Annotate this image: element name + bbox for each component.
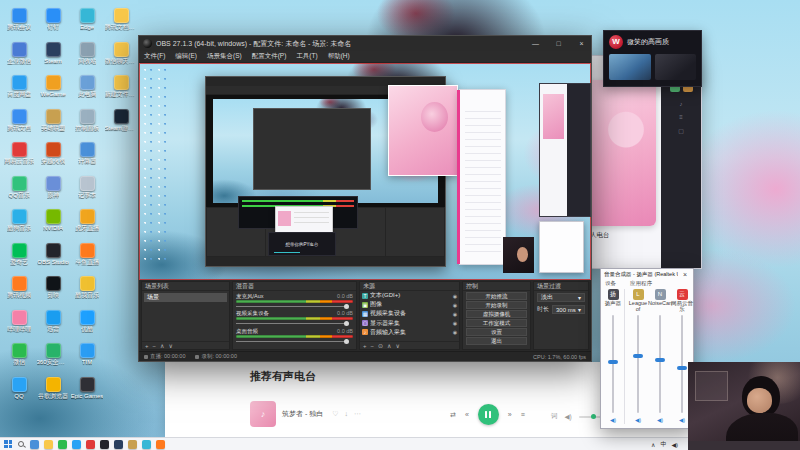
menu-item[interactable]: 场景集合(S) [202, 52, 247, 61]
move-down-icon[interactable]: ∨ [395, 342, 399, 349]
desktop-icon[interactable]: Steam游戏库 [104, 107, 138, 141]
start-button[interactable] [4, 440, 12, 448]
obs-titlebar[interactable]: OBS 27.1.3 (64-bit, windows) - 配置文件: 未命名… [139, 36, 591, 51]
desktop-icon[interactable]: 腾讯文档 [2, 107, 36, 141]
desktop-icon[interactable]: 网易云音乐 [2, 140, 36, 174]
desktop-icon[interactable]: 腾讯文档WeGame [104, 6, 138, 40]
tray-icon[interactable]: 中 [660, 440, 666, 449]
desktop-icon[interactable]: 爱奇艺 [2, 241, 36, 275]
slider-handle[interactable] [633, 354, 643, 358]
desktop-icon[interactable]: 腾讯视频 [2, 274, 36, 308]
source-item[interactable]: T 文本(GDI+) ◉ [360, 291, 459, 300]
spinner-icon[interactable]: ▾ [578, 306, 581, 313]
desktop-icon[interactable]: 百度网盘 [2, 73, 36, 107]
desktop-icon[interactable]: 斗鱼直播 [70, 241, 104, 275]
volume-slider[interactable] [236, 321, 353, 326]
add-icon[interactable]: + [363, 343, 367, 349]
play-pause-button[interactable] [478, 404, 499, 425]
control-button[interactable]: 退出 [466, 337, 527, 345]
taskbar-app-icon[interactable] [86, 440, 95, 449]
desktop-icon[interactable]: 此电脑 [70, 73, 104, 107]
remove-icon[interactable]: − [371, 343, 375, 349]
taskbar-app-icon[interactable] [156, 440, 165, 449]
menu-item[interactable]: 文件(F) [139, 52, 170, 61]
volume-slider[interactable] [632, 313, 644, 415]
lyrics-icon[interactable]: 词 [551, 412, 558, 421]
volume-slider[interactable] [676, 313, 688, 415]
desktop-icon[interactable]: 360安全卫士 [36, 341, 70, 375]
volume-slider[interactable] [607, 313, 619, 415]
sidebar-tool-icon[interactable]: ♪ [678, 101, 684, 107]
desktop-icon[interactable]: QQ [2, 375, 36, 409]
like-icon[interactable]: ♡ [332, 410, 338, 418]
shuffle-icon[interactable]: ⇄ [450, 411, 456, 419]
stream-thumbnail[interactable] [609, 54, 651, 80]
source-item[interactable]: ▦ 视频采集设备 ◉ [360, 309, 459, 318]
taskbar-app-icon[interactable] [100, 440, 109, 449]
desktop-icon[interactable]: 英雄联盟 [36, 107, 70, 141]
desktop-icon[interactable]: 控制面板 [70, 107, 104, 141]
desktop-icon[interactable]: 记事本 [70, 174, 104, 208]
tray-icon[interactable]: ∧ [651, 441, 655, 448]
properties-gear-icon[interactable]: ⊙ [378, 342, 383, 349]
song-thumbnail[interactable]: ♪ [250, 401, 276, 427]
taskbar-app-icon[interactable] [44, 440, 53, 449]
desktop-icon[interactable]: OBS Studio [36, 241, 70, 275]
desktop-icon[interactable]: 新建文件夹 20220920 [104, 73, 138, 107]
desktop-icon[interactable]: 谷歌浏览器 [36, 375, 70, 409]
desktop-icon[interactable]: 钉钉 [36, 6, 70, 40]
more-icon[interactable]: ⋯ [354, 410, 361, 418]
control-button[interactable]: 开始推流 [466, 292, 527, 300]
taskbar-app-icon[interactable] [30, 440, 39, 449]
desktop-icon[interactable]: Edge [70, 6, 104, 40]
menu-item[interactable]: 配置文件(P) [247, 52, 292, 61]
control-button[interactable]: 虚拟摄像机 [466, 310, 527, 318]
taskbar-app-icon[interactable] [142, 440, 151, 449]
next-icon[interactable]: » [508, 411, 512, 418]
control-button[interactable]: 设置 [466, 328, 527, 336]
source-item[interactable]: ▢ 显示器采集 ◉ [360, 319, 459, 328]
control-button[interactable]: 开始录制 [466, 301, 527, 309]
mute-speaker-icon[interactable]: ◀) [610, 416, 616, 424]
visibility-eye-icon[interactable]: ◉ [453, 293, 457, 299]
desktop-icon[interactable]: TIM [70, 341, 104, 375]
visibility-eye-icon[interactable]: ◉ [453, 311, 457, 317]
close-icon[interactable]: × [572, 36, 591, 51]
minimize-icon[interactable]: — [526, 36, 545, 51]
desktop-icon[interactable]: 原神 [36, 174, 70, 208]
add-icon[interactable]: + [145, 343, 149, 349]
control-button[interactable]: 工作室模式 [466, 319, 527, 327]
desktop-icon[interactable]: Steam [36, 40, 70, 74]
duration-input[interactable]: 300 ms ▾ [552, 305, 585, 314]
mute-speaker-icon[interactable]: ◀) [657, 416, 663, 424]
move-up-icon[interactable]: ∧ [160, 342, 164, 349]
desktop-icon[interactable]: 哔哩哔哩 [2, 308, 36, 342]
transition-select[interactable]: 淡出 ▾ [537, 293, 585, 302]
desktop-icon[interactable]: NVIDIA [36, 207, 70, 241]
volume-slider[interactable] [579, 416, 601, 418]
desktop-icon[interactable]: 计算器 [70, 140, 104, 174]
source-item[interactable]: ♪ 音频输入采集 ◉ [360, 328, 459, 337]
source-item[interactable]: ▣ 图像 ◉ [360, 300, 459, 309]
move-up-icon[interactable]: ∧ [387, 342, 391, 349]
desktop-icon[interactable]: Epic Games [70, 375, 104, 409]
scene-item[interactable]: 场景 [144, 293, 227, 302]
remove-icon[interactable]: − [153, 343, 157, 349]
menu-item[interactable]: 编辑(E) [170, 52, 202, 61]
volume-slider[interactable] [654, 313, 666, 415]
stream-thumbnail[interactable] [655, 54, 697, 80]
desktop-icon[interactable]: 微信 [2, 341, 36, 375]
volume-mixer-titlebar[interactable]: 音量合成器 - 扬声器 (Realtek USB2.0 Audio) × [601, 269, 693, 280]
menu-item[interactable]: 工具(T) [291, 52, 322, 61]
taskbar-app-icon[interactable] [58, 440, 67, 449]
desktop-icon[interactable]: QQ音乐 [2, 174, 36, 208]
desktop-icon[interactable]: 迅雷 [36, 308, 70, 342]
volume-slider[interactable] [236, 304, 353, 309]
visibility-eye-icon[interactable]: ◉ [453, 302, 457, 308]
volume-icon[interactable]: ◀) [565, 413, 572, 421]
desktop-icon[interactable]: 酷我音乐 [70, 274, 104, 308]
desktop-icon[interactable]: 穿越火线 [36, 140, 70, 174]
close-icon[interactable]: × [680, 271, 690, 278]
sidebar-tool-icon[interactable]: ≡ [678, 114, 684, 120]
playlist-icon[interactable]: ≡ [521, 411, 525, 418]
